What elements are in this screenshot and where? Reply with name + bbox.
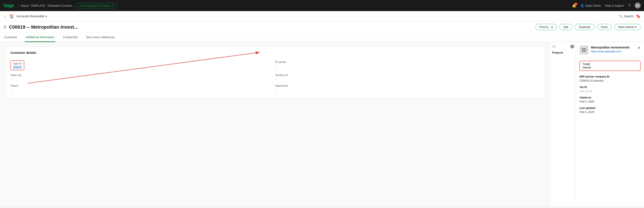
middle-strip: est ✕ Projects -: [550, 42, 576, 206]
home-icon[interactable]: 🏠: [9, 14, 14, 19]
updated-field: Last updated Feb 5, 2025: [580, 107, 640, 114]
company-name: AnyCompany Contractors: [79, 4, 111, 7]
duplicate-button[interactable]: Duplicate: [575, 24, 594, 30]
gl-group-field: GL group --: [275, 59, 540, 72]
user-name: Super Admin: [585, 4, 601, 7]
attachment-value: --: [275, 88, 540, 92]
top-bar: Sage | Intacct TEMPLATE - Timberline Con…: [0, 0, 644, 11]
tax-placeholder[interactable]: Add tax ID: [580, 89, 640, 93]
print-button[interactable]: Print to... ▾: [536, 24, 557, 30]
user-menu[interactable]: 👤 Super Admin: [580, 4, 601, 7]
more-actions-button[interactable]: More actions ▾: [614, 24, 640, 30]
trade-owner-box: Trade Owner: [580, 61, 640, 71]
chevron-down-icon: ▾: [635, 25, 636, 29]
gl-group-value: --: [275, 64, 540, 68]
owner-link[interactable]: Owner: [13, 65, 22, 69]
page-header: ☰ C00619 -- Metropolitan Invest... Print…: [0, 21, 644, 33]
top-bar-right: 🔔 2 👤 Super Admin Help & Support ? AA: [572, 3, 640, 9]
search-icon: 🔍: [619, 15, 623, 18]
gl-group-label: GL group: [275, 60, 540, 63]
divider: |: [18, 4, 19, 8]
avatar[interactable]: AA: [635, 3, 640, 9]
app-name: Intacct: [21, 4, 29, 7]
svg-rect-2: [582, 50, 584, 52]
edit-label: Edit: [564, 25, 568, 29]
more-actions-label: More actions: [618, 25, 634, 29]
template-name: TEMPLATE - Timberline Construc...: [31, 4, 74, 7]
duplicate-label: Duplicate: [579, 25, 590, 29]
second-bar-right: 🔍 Search 🔖: [619, 14, 640, 19]
print-label: Print to...: [540, 25, 550, 29]
close-icon[interactable]: ✕: [638, 46, 640, 50]
notification-icon[interactable]: 🔔 2: [572, 4, 576, 8]
page-title: C00619 -- Metropolitan Invest...: [9, 24, 533, 30]
projects-header: Projects: [552, 51, 574, 54]
nav-breadcrumb[interactable]: Accounts Receivable ▾: [16, 15, 47, 18]
updated-label: Last updated: [580, 107, 640, 110]
tax-field: Tax ID Add tax ID: [580, 86, 640, 93]
notification-badge: 2: [574, 3, 577, 6]
sales-rep-value: --: [10, 77, 275, 81]
tab-item-cross-references[interactable]: Item cross references: [86, 33, 116, 42]
type-id-field-group: Type ID Owner: [10, 59, 275, 72]
hamburger-icon[interactable]: ☰: [4, 25, 6, 29]
tab-additional-information[interactable]: Additional information: [25, 33, 55, 42]
tab-customer[interactable]: Customer: [4, 33, 18, 42]
erp-label: ERP partner company ID: [580, 75, 640, 78]
customer-details-card: Customer details Type ID Owner GL group …: [5, 46, 545, 98]
erp-value: C00619 (Customer): [580, 79, 640, 82]
tax-label: Tax ID: [580, 86, 640, 89]
svg-rect-3: [584, 50, 586, 52]
search-label: Search: [624, 15, 633, 18]
sidebar-fields: ERP partner company ID C00619 (Customer)…: [576, 73, 644, 119]
tab-contact-list[interactable]: Contact list: [62, 33, 78, 42]
attachment-field: Attachment --: [275, 83, 540, 93]
search-text: est: [552, 45, 556, 48]
company-info: Metropolitan Investments https://www.aga…: [591, 46, 630, 53]
question-icon[interactable]: ?: [628, 4, 630, 8]
territory-field: Territory ID --: [275, 72, 540, 83]
done-label: Done: [601, 25, 608, 29]
type-id-owner-box: Type ID Owner: [10, 60, 24, 70]
svg-rect-0: [582, 48, 584, 50]
erp-field: ERP partner company ID C00619 (Customer): [580, 75, 640, 82]
added-value: Feb 5, 2025: [580, 100, 640, 103]
owner-label: Owner: [582, 66, 638, 69]
chevron-down-icon: ▾: [112, 4, 114, 7]
company-name: Metropolitan Investments: [591, 46, 630, 49]
bookmark-icon[interactable]: 🔖: [636, 14, 640, 19]
projects-value: -: [552, 56, 574, 59]
main-content: Customer details Type ID Owner GL group …: [0, 42, 644, 206]
user-icon: 👤: [580, 4, 584, 7]
help-support-link[interactable]: Help & Support: [605, 4, 624, 7]
attachment-label: Attachment: [275, 84, 540, 87]
edit-button[interactable]: Edit: [560, 24, 572, 30]
territory-value: --: [275, 77, 540, 81]
added-label: Added on: [580, 96, 640, 99]
trade-label: Trade: [582, 62, 638, 66]
sales-rep-field: Sales rep --: [10, 72, 275, 83]
company-url[interactable]: https://www.agaveapi.com/: [591, 50, 630, 53]
left-panel: Customer details Type ID Owner GL group …: [0, 42, 550, 206]
company-icon: [580, 46, 588, 54]
parent-label: Parent: [10, 84, 275, 87]
territory-label: Territory ID: [275, 74, 540, 77]
favorite-icon[interactable]: ☆: [4, 14, 7, 19]
chevron-down-icon: ▾: [551, 25, 553, 29]
sidebar-header: Metropolitan Investments https://www.aga…: [576, 42, 644, 58]
search-bar[interactable]: 🔍 Search: [619, 15, 633, 18]
tabs-bar: Customer Additional information Contact …: [0, 33, 644, 42]
updated-value: Feb 5, 2025: [580, 111, 640, 114]
company-selector[interactable]: AnyCompany Contractors ▾: [76, 3, 117, 8]
breadcrumb-chevron: ▾: [45, 15, 47, 18]
breadcrumb-label: Accounts Receivable: [16, 15, 44, 18]
second-bar: ☆ 🏠 Accounts Receivable ▾ 🔍 Search 🔖: [0, 11, 644, 21]
sales-rep-label: Sales rep: [10, 74, 275, 77]
sage-logo: Sage: [4, 3, 14, 8]
done-button[interactable]: Done: [597, 24, 612, 30]
search-close-button[interactable]: ✕: [570, 45, 574, 48]
parent-field: Parent --: [10, 83, 275, 93]
parent-value: --: [10, 88, 275, 92]
type-id-label: Type ID: [13, 62, 22, 65]
added-field: Added on Feb 5, 2025: [580, 96, 640, 103]
